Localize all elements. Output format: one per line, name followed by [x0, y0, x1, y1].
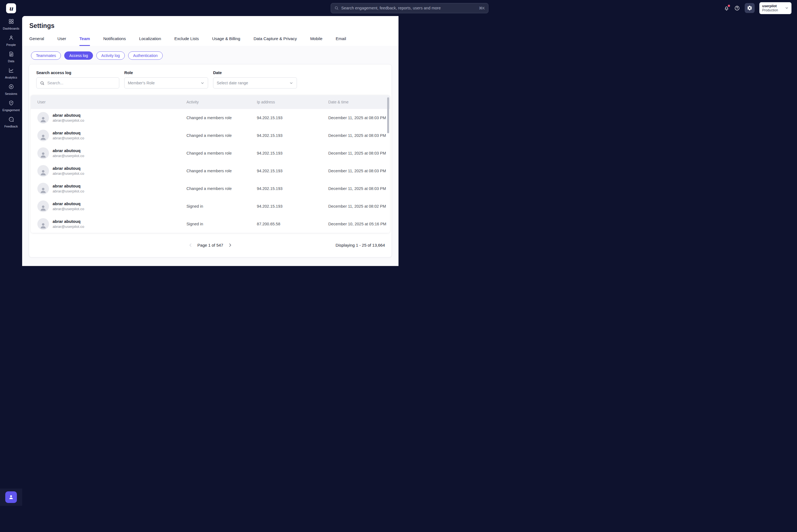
- ip-cell: 94.202.15.193: [250, 204, 322, 208]
- search-icon: [40, 81, 44, 86]
- role-filter-select[interactable]: Member's Role: [124, 77, 208, 89]
- activity-cell: Changed a members role: [180, 133, 250, 138]
- table-scrollbar[interactable]: [387, 97, 389, 133]
- avatar: [37, 165, 49, 177]
- previous-page-button[interactable]: [188, 243, 193, 247]
- sidebar-item-analytics[interactable]: Analytics: [0, 65, 22, 81]
- sidebar-item-data[interactable]: Data: [0, 49, 22, 65]
- activity-cell: Changed a members role: [180, 116, 250, 120]
- sidebar: u Dashboards People Data Analytics Sessi…: [0, 0, 22, 266]
- avatar: [37, 183, 49, 194]
- table-row[interactable]: abrar abutouqabrar@userpilot.co Changed …: [31, 144, 390, 162]
- user-name: abrar abutouq: [53, 148, 84, 153]
- avatar: [37, 147, 49, 159]
- date-filter-select[interactable]: Select date range: [213, 77, 297, 89]
- column-header-datetime: Date & time: [322, 100, 390, 104]
- datetime-cell: December 11, 2025 at 08:03 PM: [322, 169, 390, 173]
- page-title: Settings: [29, 22, 391, 30]
- tab-team[interactable]: Team: [79, 36, 90, 46]
- sidebar-item-feedback[interactable]: Feedback: [0, 114, 22, 130]
- sidebar-item-label: Dashboards: [3, 27, 19, 30]
- main-content: Settings General User Team Notifications…: [22, 0, 399, 266]
- user-name: abrar abutouq: [53, 113, 84, 118]
- access-log-table: User Activity Ip address Date & time abr…: [31, 95, 390, 233]
- table-row[interactable]: abrar abutouqabrar@userpilot.co Changed …: [31, 162, 390, 180]
- global-search-input[interactable]: [341, 6, 399, 10]
- sidebar-item-label: Sessions: [5, 92, 17, 95]
- sidebar-item-people[interactable]: People: [0, 32, 22, 49]
- tab-localization[interactable]: Localization: [139, 36, 161, 46]
- tab-exclude-lists[interactable]: Exclude Lists: [174, 36, 199, 46]
- activity-cell: Signed in: [180, 204, 250, 208]
- tab-data-capture-privacy[interactable]: Data Capture & Privacy: [253, 36, 297, 46]
- table-row[interactable]: abrar abutouqabrar@userpilot.co Changed …: [31, 127, 390, 144]
- table-row[interactable]: abrar abutouqabrar@userpilot.co Changed …: [31, 180, 390, 197]
- user-email: abrar@userpilot.co: [53, 118, 84, 123]
- subtab-authentication[interactable]: Authentication: [128, 52, 163, 60]
- activity-cell: Signed in: [180, 222, 250, 226]
- table-row[interactable]: abrar abutouqabrar@userpilot.co Changed …: [31, 109, 390, 127]
- sidebar-item-label: Feedback: [4, 125, 18, 128]
- role-filter-label: Role: [124, 71, 208, 75]
- topbar: ⌘K userpilot Production: [22, 0, 399, 16]
- avatar: [37, 112, 49, 124]
- user-email: abrar@userpilot.co: [53, 171, 84, 176]
- global-search[interactable]: ⌘K: [331, 3, 399, 13]
- sidebar-item-label: Analytics: [5, 76, 17, 79]
- sessions-icon: [8, 84, 14, 91]
- datetime-cell: December 11, 2025 at 08:03 PM: [322, 151, 390, 155]
- tab-email[interactable]: Email: [336, 36, 346, 46]
- subtab-access-log[interactable]: Access log: [64, 52, 93, 60]
- analytics-icon: [8, 68, 14, 74]
- dashboards-icon: [8, 19, 14, 25]
- access-log-search-input[interactable]: [47, 81, 116, 85]
- datetime-cell: December 11, 2025 at 08:03 PM: [322, 186, 390, 191]
- user-name: abrar abutouq: [53, 183, 84, 189]
- search-filter-label: Search access log: [36, 71, 119, 75]
- tab-general[interactable]: General: [29, 36, 44, 46]
- table-row[interactable]: abrar abutouqabrar@userpilot.co Signed i…: [31, 197, 390, 215]
- datetime-cell: December 11, 2025 at 08:03 PM: [322, 133, 390, 138]
- team-settings-content: Teammates Access log Activity log Authen…: [22, 46, 399, 266]
- user-email: abrar@userpilot.co: [53, 136, 84, 141]
- role-filter-value: Member's Role: [128, 81, 155, 85]
- table-header-row: User Activity Ip address Date & time: [31, 95, 390, 109]
- subtab-activity-log[interactable]: Activity log: [96, 52, 125, 60]
- column-header-activity: Activity: [180, 100, 250, 104]
- chevron-down-icon: [200, 81, 204, 85]
- user-email: abrar@userpilot.co: [53, 189, 84, 194]
- table-row[interactable]: abrar abutouqabrar@userpilot.co Signed i…: [31, 215, 390, 233]
- settings-tabs: General User Team Notifications Localiza…: [29, 36, 391, 46]
- tab-mobile[interactable]: Mobile: [310, 36, 322, 46]
- datetime-cell: December 11, 2025 at 08:03 PM: [322, 116, 390, 120]
- datetime-cell: December 10, 2025 at 05:16 PM: [322, 222, 390, 226]
- sidebar-item-label: Data: [8, 59, 14, 63]
- page-indicator: Page 1 of 547: [197, 243, 223, 247]
- column-header-ip: Ip address: [250, 100, 322, 104]
- activity-cell: Changed a members role: [180, 169, 250, 173]
- sidebar-item-engagement[interactable]: Engagement: [0, 98, 22, 114]
- user-name: abrar abutouq: [53, 166, 84, 171]
- sidebar-item-label: Engagement: [2, 108, 20, 112]
- search-icon: [334, 6, 339, 10]
- sidebar-item-sessions[interactable]: Sessions: [0, 81, 22, 98]
- user-name: abrar abutouq: [53, 219, 84, 224]
- tab-user[interactable]: User: [57, 36, 66, 46]
- user-email: abrar@userpilot.co: [53, 224, 84, 229]
- userpilot-logo[interactable]: u: [6, 3, 16, 13]
- access-log-search[interactable]: [36, 77, 119, 89]
- tab-usage-billing[interactable]: Usage & Billing: [212, 36, 240, 46]
- date-filter-value: Select date range: [217, 81, 248, 85]
- subtab-teammates[interactable]: Teammates: [31, 52, 61, 60]
- sidebar-item-dashboards[interactable]: Dashboards: [0, 16, 22, 32]
- chevron-down-icon: [289, 81, 293, 85]
- avatar: [37, 201, 49, 212]
- tab-notifications[interactable]: Notifications: [103, 36, 126, 46]
- user-name: abrar abutouq: [53, 201, 84, 207]
- next-page-button[interactable]: [228, 243, 233, 247]
- user-name: abrar abutouq: [53, 130, 84, 136]
- engagement-icon: [8, 100, 14, 107]
- ip-cell: 94.202.15.193: [250, 133, 322, 138]
- ip-cell: 94.202.15.193: [250, 186, 322, 191]
- team-subtabs: Teammates Access log Activity log Authen…: [29, 52, 392, 60]
